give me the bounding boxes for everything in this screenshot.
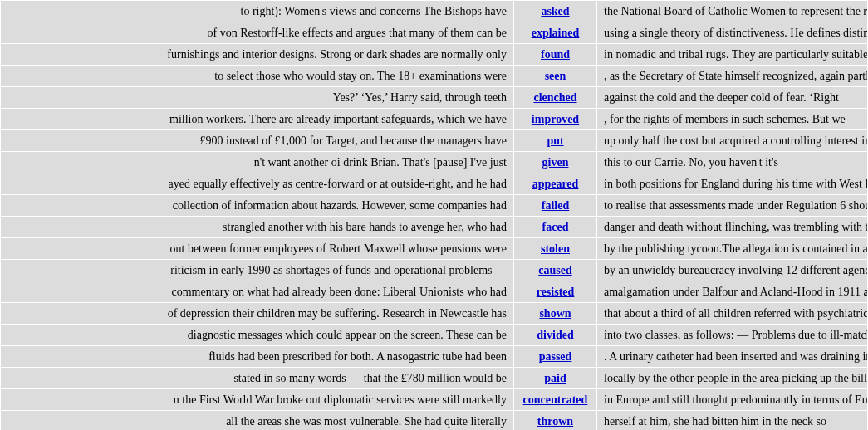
keyword-cell: caused [514,260,596,281]
concordance-row: stated in so many words — that the £780 … [1,368,867,388]
keyword-link[interactable]: appeared [532,178,579,190]
keyword-cell: faced [514,217,596,237]
keyword-link[interactable]: put [547,134,563,147]
keyword-cell: stolen [514,238,596,259]
right-context: in nomadic and tribal rugs. They are par… [597,44,867,65]
keyword-link[interactable]: passed [539,350,572,363]
keyword-cell: explained [514,22,596,43]
concordance-row: to right): Women's views and concerns Th… [1,1,867,22]
keyword-link[interactable]: thrown [537,415,573,428]
keyword-link[interactable]: given [542,156,569,169]
left-context: fluids had been prescribed for both. A n… [1,346,513,367]
left-context: riticism in early 1990 as shortages of f… [1,260,513,281]
right-context: the National Board of Catholic Women to … [597,1,867,22]
keyword-link[interactable]: divided [537,329,573,341]
left-context: stated in so many words — that the £780 … [1,368,513,388]
keyword-cell: asked [514,1,596,22]
keyword-cell: concentrated [514,389,596,410]
concordance-row: riticism in early 1990 as shortages of f… [1,260,867,281]
right-context: by the publishing tycoon.The allegation … [597,238,867,259]
keyword-link[interactable]: failed [542,199,569,212]
keyword-cell: improved [514,109,596,129]
left-context: collection of information about hazards.… [1,195,513,216]
right-context: herself at him, she had bitten him in th… [597,411,867,430]
left-context: n the First World War broke out diplomat… [1,389,513,410]
concordance-row: commentary on what had already been done… [1,281,867,302]
left-context: million workers. There are already impor… [1,109,513,129]
right-context: by an unwieldy bureaucracy involving 12 … [597,260,867,281]
keyword-link[interactable]: caused [538,264,571,276]
right-context: in both positions for England during his… [597,173,867,194]
concordance-row: n the First World War broke out diplomat… [1,389,867,410]
keyword-link[interactable]: improved [532,113,579,125]
concordance-row: furnishings and interior designs. Strong… [1,44,867,65]
right-context: this to our Carrie. No, you haven't it's [597,152,867,173]
left-context: to select those who would stay on. The 1… [1,66,513,86]
concordance-row: of von Restorff-like effects and argues … [1,22,867,43]
concordance-row: of depression their children may be suff… [1,303,867,324]
left-context: n't want another oi drink Brian. That's … [1,152,513,173]
left-context: of von Restorff-like effects and argues … [1,22,513,43]
keyword-link[interactable]: clenched [533,91,576,104]
keyword-link[interactable]: found [541,48,570,61]
keyword-cell: clenched [514,87,596,108]
keyword-link[interactable]: concentrated [523,393,588,406]
right-context: in Europe and still thought predominantl… [597,389,867,410]
keyword-link[interactable]: asked [541,5,569,17]
right-context: locally by the other people in the area … [597,368,867,388]
keyword-cell: put [514,130,596,151]
left-context: ayed equally effectively as centre-forwa… [1,173,513,194]
right-context: that about a third of all children refer… [597,303,867,324]
keyword-link[interactable]: paid [544,372,566,384]
concordance-row: Yes?’ ‘Yes,’ Harry said, through teethcl… [1,87,867,108]
concordance-row: million workers. There are already impor… [1,109,867,129]
left-context: strangled another with his bare hands to… [1,217,513,237]
keyword-link[interactable]: resisted [537,286,575,298]
keyword-link[interactable]: shown [539,307,571,320]
right-context: against the cold and the deeper cold of … [597,87,867,108]
right-context: amalgamation under Balfour and Acland-Ho… [597,281,867,302]
concordance-row: to select those who would stay on. The 1… [1,66,867,86]
concordance-row: ayed equally effectively as centre-forwa… [1,173,867,194]
keyword-cell: divided [514,325,596,345]
keyword-link[interactable]: stolen [541,242,570,255]
concordance-row: fluids had been prescribed for both. A n… [1,346,867,367]
left-context: all the areas she was most vulnerable. S… [1,411,513,430]
right-context: danger and death without flinching, was … [597,217,867,237]
concordance-row: strangled another with his bare hands to… [1,217,867,237]
left-context: £900 instead of £1,000 for Target, and b… [1,130,513,151]
keyword-cell: given [514,152,596,173]
keyword-cell: found [514,44,596,65]
left-context: to right): Women's views and concerns Th… [1,1,513,22]
keyword-cell: appeared [514,173,596,194]
keyword-cell: thrown [514,411,596,430]
right-context: . A urinary catheter had been inserted a… [597,346,867,367]
concordance-row: collection of information about hazards.… [1,195,867,216]
left-context: of depression their children may be suff… [1,303,513,324]
keyword-link[interactable]: explained [532,27,580,39]
keyword-cell: paid [514,368,596,388]
left-context: diagnostic messages which could appear o… [1,325,513,345]
concordance-row: £900 instead of £1,000 for Target, and b… [1,130,867,151]
concordance-table: to right): Women's views and concerns Th… [0,0,868,430]
left-context: Yes?’ ‘Yes,’ Harry said, through teeth [1,87,513,108]
right-context: up only half the cost but acquired a con… [597,130,867,151]
left-context: furnishings and interior designs. Strong… [1,44,513,65]
right-context: into two classes, as follows: — Problems… [597,325,867,345]
concordance-row: diagnostic messages which could appear o… [1,325,867,345]
left-context: commentary on what had already been done… [1,281,513,302]
keyword-cell: passed [514,346,596,367]
concordance-row: n't want another oi drink Brian. That's … [1,152,867,173]
keyword-cell: seen [514,66,596,86]
keyword-link[interactable]: faced [542,221,569,233]
left-context: out between former employees of Robert M… [1,238,513,259]
right-context: using a single theory of distinctiveness… [597,22,867,43]
keyword-cell: resisted [514,281,596,302]
concordance-row: out between former employees of Robert M… [1,238,867,259]
right-context: , as the Secretary of State himself reco… [597,66,867,86]
right-context: to realise that assessments made under R… [597,195,867,216]
concordance-row: all the areas she was most vulnerable. S… [1,411,867,430]
keyword-cell: failed [514,195,596,216]
right-context: , for the rights of members in such sche… [597,109,867,129]
keyword-link[interactable]: seen [545,70,566,82]
